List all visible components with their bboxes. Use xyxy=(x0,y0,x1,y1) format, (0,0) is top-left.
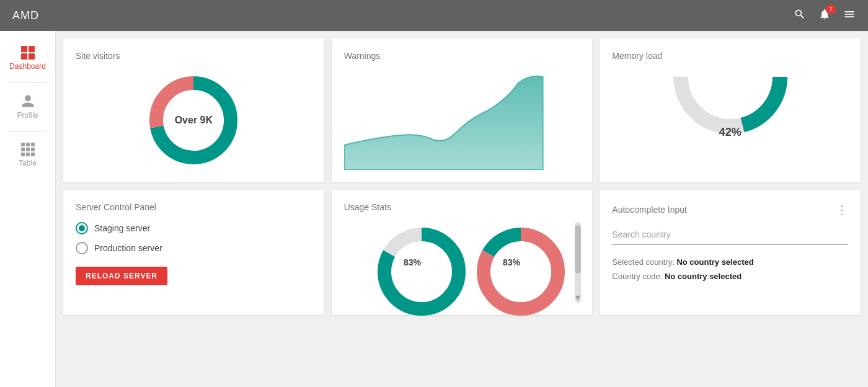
usage-label-1: 83% xyxy=(404,257,421,267)
search-icon[interactable] xyxy=(794,8,806,24)
server-radio-group: Staging server Production server xyxy=(76,222,162,254)
app-logo: AMD xyxy=(12,9,39,22)
autocomplete-body: Selected country: No country selected Co… xyxy=(612,227,848,284)
server-control-card: Server Control Panel Staging server Prod… xyxy=(63,190,324,315)
sidebar-label-dashboard: Dashboard xyxy=(9,62,46,71)
country-code-value: No country selected xyxy=(665,272,742,281)
selected-country-row: Selected country: No country selected xyxy=(612,255,753,269)
sidebar-item-table[interactable]: Table xyxy=(0,134,55,176)
country-code-row: Country code: No country selected xyxy=(612,269,753,283)
site-visitors-card: Site visitors Over 9K xyxy=(63,38,324,182)
profile-icon xyxy=(20,94,35,109)
topbar: AMD 7 xyxy=(0,0,868,31)
country-code-label: Country code: xyxy=(612,272,662,281)
production-server-radio[interactable]: Production server xyxy=(76,242,162,254)
usage-scrollbar-thumb xyxy=(575,225,581,274)
usage-stats-body: 83% 83% ▾ xyxy=(344,222,580,303)
usage-chart-1 xyxy=(372,222,471,321)
usage-donut-2: 83% xyxy=(471,222,552,303)
memory-load-title: Memory load xyxy=(612,51,848,61)
search-input-container xyxy=(612,227,848,245)
menu-icon[interactable] xyxy=(843,8,856,24)
memory-load-card: Memory load 42% xyxy=(600,38,861,182)
warnings-chart xyxy=(344,71,580,170)
warnings-title: Warnings xyxy=(344,51,580,61)
autocomplete-title: Autocomplete Input xyxy=(612,205,687,215)
selected-country-label: Selected country: xyxy=(612,257,674,267)
staging-server-radio[interactable]: Staging server xyxy=(76,222,162,234)
selected-country-value: No country selected xyxy=(676,257,753,267)
content-grid: Site visitors Over 9K Warnings xyxy=(56,31,868,387)
site-visitors-label: Over 9K xyxy=(175,115,213,126)
notification-badge: 7 xyxy=(826,4,836,14)
staging-server-label: Staging server xyxy=(94,223,150,233)
usage-stats-title: Usage Stats xyxy=(344,202,580,212)
sidebar-item-profile[interactable]: Profile xyxy=(0,85,55,128)
usage-label-2: 83% xyxy=(503,257,520,267)
reload-server-button[interactable]: RELOAD SERVER xyxy=(76,267,167,285)
sidebar-divider-2 xyxy=(8,131,46,131)
memory-load-semi-donut: 42% xyxy=(668,71,792,139)
main-layout: Dashboard Profile Table Site visitors xyxy=(0,31,868,387)
sidebar: Dashboard Profile Table xyxy=(0,31,56,387)
usage-stats-card: Usage Stats 83% xyxy=(332,190,593,315)
warnings-body xyxy=(344,71,580,170)
sidebar-label-profile: Profile xyxy=(17,111,38,120)
autocomplete-title-row: Autocomplete Input ⋮ xyxy=(612,202,848,217)
topbar-icons: 7 xyxy=(794,8,856,24)
sidebar-item-dashboard[interactable]: Dashboard xyxy=(0,37,55,79)
notification-icon[interactable]: 7 xyxy=(818,8,831,24)
site-visitors-title: Site visitors xyxy=(76,51,312,61)
sidebar-label-table: Table xyxy=(19,159,37,167)
staging-radio-circle xyxy=(76,222,88,234)
site-visitors-body: Over 9K xyxy=(76,71,312,170)
server-control-body: Staging server Production server RELOAD … xyxy=(76,222,312,285)
usage-donut-1: 83% xyxy=(372,222,453,303)
more-options-icon[interactable]: ⋮ xyxy=(836,202,848,217)
scroll-arrow-down: ▾ xyxy=(575,293,581,303)
dashboard-icon xyxy=(21,46,35,60)
memory-load-label: 42% xyxy=(719,126,742,139)
sidebar-divider-1 xyxy=(8,82,46,82)
autocomplete-card: Autocomplete Input ⋮ Selected country: N… xyxy=(600,190,861,315)
country-info: Selected country: No country selected Co… xyxy=(612,255,753,284)
production-server-label: Production server xyxy=(94,243,162,253)
usage-chart-2 xyxy=(471,222,570,321)
search-country-input[interactable] xyxy=(612,227,848,242)
memory-load-body: 42% xyxy=(612,71,848,139)
usage-scrollbar-track: ▾ xyxy=(575,222,581,303)
server-control-title: Server Control Panel xyxy=(76,202,312,212)
warnings-card: Warnings xyxy=(332,38,593,182)
production-radio-circle xyxy=(76,242,88,254)
table-icon xyxy=(21,143,35,156)
site-visitors-donut: Over 9K xyxy=(144,71,243,170)
